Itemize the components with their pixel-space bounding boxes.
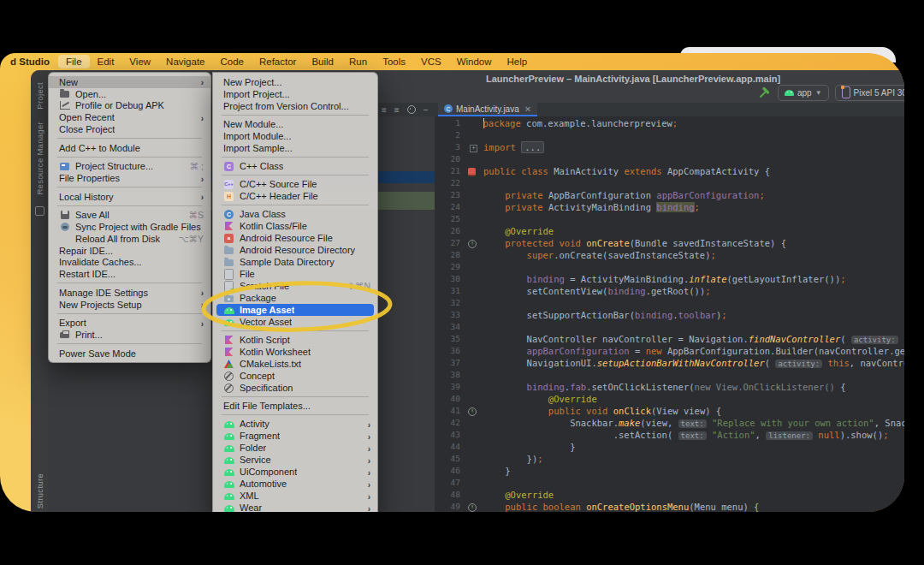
menubar-item-window[interactable]: Window (449, 55, 500, 68)
menubar-item-refactor[interactable]: Refactor (252, 55, 304, 68)
menu-item-uicomponent[interactable]: UiComponent› (213, 466, 377, 478)
menubar-item-code[interactable]: Code (212, 55, 252, 68)
line-number: 1 (435, 117, 465, 129)
menu-item-edit-file-templates[interactable]: Edit File Templates... (213, 400, 377, 412)
menu-item-label: Package (240, 293, 276, 303)
menu-item-project-structure[interactable]: Project Structure...⌘ ; (49, 160, 210, 172)
tool-window-resource-manager[interactable]: Resource Manager (35, 122, 44, 195)
menu-item-android-resource-file[interactable]: aAndroid Resource File (213, 232, 377, 244)
menu-item-c-c-header-file[interactable]: HC/C++ Header File (213, 190, 377, 202)
menu-item-manage-ide-settings[interactable]: Manage IDE Settings› (49, 287, 210, 299)
menu-item-label: CMakeLists.txt (240, 359, 301, 369)
menu-item-cmakelists-txt[interactable]: CMakeLists.txt (213, 358, 377, 370)
code-editor[interactable]: 1package com.example.launcherpreview;23+… (435, 116, 904, 512)
tool-window-project[interactable]: Project (35, 82, 44, 110)
code-line-34: 34 (435, 321, 904, 333)
menu-item-folder[interactable]: Folder› (213, 442, 377, 454)
menu-item-file-properties[interactable]: File Properties› (49, 172, 210, 184)
menubar-item-edit[interactable]: Edit (90, 55, 122, 68)
menu-item-label: Concept (240, 371, 275, 381)
menu-item-label: Folder (240, 443, 266, 453)
menu-item-save-all[interactable]: Save All⌘S (49, 209, 210, 221)
menu-item-c-c-source-file[interactable]: C++C/C++ Source File (213, 178, 377, 190)
close-icon[interactable]: ✕ (524, 104, 531, 114)
menu-item-repair-ide[interactable]: Repair IDE... (49, 245, 210, 257)
overriding-method-icon[interactable]: ↑ (468, 503, 477, 512)
menubar-item-vcs[interactable]: VCS (413, 55, 449, 68)
menu-item-import-sample[interactable]: Import Sample... (213, 142, 377, 154)
run-toolbar: app ▼ Pixel 5 API 30 ▼ (758, 84, 904, 101)
android-res-icon: a (223, 234, 234, 243)
menu-item-new-project[interactable]: New Project... (213, 76, 377, 88)
menu-item-c-class[interactable]: CC++ Class (213, 160, 377, 172)
menu-item-fragment[interactable]: Fragment› (213, 430, 377, 442)
menu-item-export[interactable]: Export› (49, 317, 210, 329)
menu-item-new-projects-setup[interactable]: New Projects Setup› (49, 299, 210, 311)
menubar-item-tools[interactable]: Tools (375, 55, 413, 68)
select-opened-file-icon[interactable]: ≡ (382, 105, 387, 115)
tab-mainactivity[interactable]: C MainActivity.java ✕ (438, 103, 537, 116)
android-class-icon[interactable] (468, 168, 476, 176)
code-line-25: 25 (435, 213, 904, 225)
build-variants-icon[interactable] (35, 206, 44, 216)
hide-panel-icon[interactable]: − (424, 105, 429, 115)
line-number: 47 (435, 477, 465, 489)
module-selector[interactable]: app ▼ (778, 85, 829, 101)
menu-item-label: C++ Class (240, 161, 283, 171)
menu-item-project-from-version-control[interactable]: Project from Version Control... (213, 100, 377, 112)
menu-item-file[interactable]: File (213, 268, 377, 280)
gear-icon[interactable] (407, 105, 416, 114)
menu-item-xml[interactable]: XML› (213, 490, 377, 502)
code-text: setContentView(binding.getRoot()); (483, 285, 711, 297)
menu-item-image-asset[interactable]: Image Asset (216, 304, 374, 316)
desktop-screenshot: d Studio FileEditViewNavigateCodeRefacto… (0, 53, 904, 512)
menu-item-wear[interactable]: Wear› (213, 502, 377, 512)
menu-item-local-history[interactable]: Local History› (49, 191, 210, 203)
menu-item-kotlin-class-file[interactable]: Kotlin Class/File (213, 220, 377, 232)
menu-item-service[interactable]: Service› (213, 454, 377, 466)
menu-item-import-module[interactable]: Import Module... (213, 130, 377, 142)
menu-item-java-class[interactable]: CJava Class (213, 208, 377, 220)
menu-item-reload-all-from-disk[interactable]: Reload All from Disk⌥⌘Y (49, 233, 210, 245)
menu-item-profile-or-debug-apk[interactable]: Profile or Debug APK (49, 100, 210, 112)
menu-item-new[interactable]: New› (49, 76, 210, 88)
overriding-method-icon[interactable]: ↑ (468, 407, 477, 416)
menu-item-print[interactable]: Print... (49, 329, 210, 341)
menu-item-package[interactable]: Package (213, 292, 377, 304)
menubar-item-run[interactable]: Run (341, 55, 375, 68)
overriding-method-icon[interactable]: ↑ (468, 240, 477, 248)
menu-item-add-c-to-module[interactable]: Add C++ to Module (49, 142, 210, 154)
menu-item-android-resource-directory[interactable]: Android Resource Directory (213, 244, 377, 256)
menu-item-concept[interactable]: Concept (213, 370, 377, 382)
menubar-item-file[interactable]: File (58, 55, 90, 68)
menu-item-vector-asset[interactable]: Vector Asset (213, 316, 377, 328)
menubar-item-build[interactable]: Build (304, 55, 341, 68)
menu-item-sync-project-with-gradle-files[interactable]: Sync Project with Gradle Files (49, 221, 210, 233)
menu-item-open[interactable]: Open... (49, 88, 210, 100)
menu-item-import-project[interactable]: Import Project... (213, 88, 377, 100)
menubar-item-view[interactable]: View (121, 55, 158, 68)
tool-window-structure[interactable]: Structure (35, 473, 44, 508)
code-line-44: 44 } (435, 441, 904, 453)
menu-item-close-project[interactable]: Close Project (49, 123, 210, 135)
menu-item-new-module[interactable]: New Module... (213, 118, 377, 130)
gutter (465, 369, 483, 381)
menu-item-automotive[interactable]: Automotive› (213, 478, 377, 490)
menu-item-power-save-mode[interactable]: Power Save Mode (49, 348, 210, 360)
device-selector[interactable]: Pixel 5 API 30 ▼ (835, 85, 904, 101)
menu-item-specification[interactable]: Specification (213, 382, 377, 394)
menu-item-invalidate-caches[interactable]: Invalidate Caches... (49, 256, 210, 268)
menubar-item-navigate[interactable]: Navigate (158, 55, 212, 68)
build-hammer-icon[interactable] (758, 86, 772, 99)
menu-item-restart-ide[interactable]: Restart IDE... (49, 268, 210, 280)
menu-item-kotlin-worksheet[interactable]: Kotlin Worksheet (213, 346, 377, 358)
menu-item-open-recent[interactable]: Open Recent› (49, 111, 210, 123)
menu-item-activity[interactable]: Activity› (213, 418, 377, 430)
menu-item-kotlin-script[interactable]: Kotlin Script (213, 334, 377, 346)
fold-icon[interactable]: + (470, 145, 477, 152)
menu-item-sample-data-directory[interactable]: Sample Data Directory (213, 256, 377, 268)
collapse-all-icon[interactable]: ≡ (394, 105, 400, 115)
menubar-item-help[interactable]: Help (500, 55, 536, 68)
menu-item-scratch-file[interactable]: Scratch File⇧⌘N (213, 280, 377, 292)
code-line-43: 43 .setAction( text: "Action", listener:… (435, 429, 904, 441)
